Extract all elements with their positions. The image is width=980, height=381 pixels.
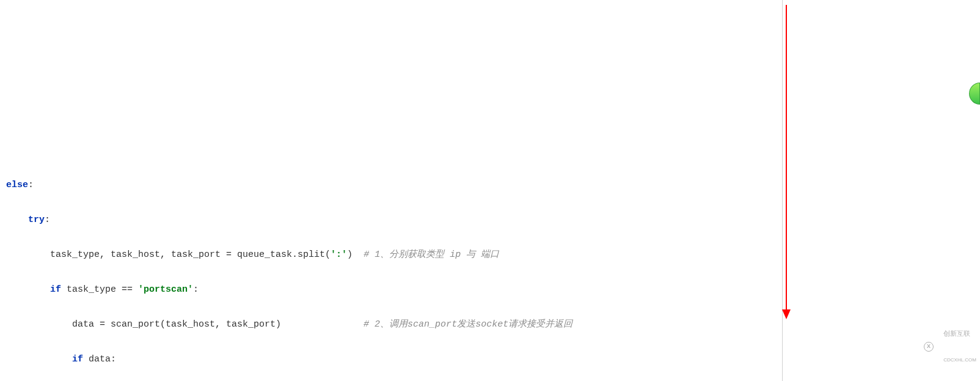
code-line: try:	[6, 212, 980, 229]
side-badge	[969, 83, 980, 105]
code-line: task_type, task_host, task_port = queue_…	[6, 246, 980, 264]
code-line: if task_type == 'portscan':	[6, 281, 980, 299]
code-line: data = scan_port(task_host, task_port) #…	[6, 316, 980, 334]
annotation-arrow-line	[786, 5, 787, 311]
watermark-subtext: CDCXHL.COM	[943, 357, 976, 363]
editor-margin-line	[782, 0, 783, 381]
watermark-text: 创新互联	[943, 330, 970, 337]
code-line: else:	[6, 177, 980, 194]
watermark-icon: X	[924, 342, 934, 352]
code-block: else: try: task_type, task_host, task_po…	[0, 157, 980, 382]
code-line: if data:	[6, 351, 980, 369]
annotation-arrow-head	[782, 309, 791, 319]
watermark: X 创新互联 CDCXHL.COM	[924, 315, 976, 379]
